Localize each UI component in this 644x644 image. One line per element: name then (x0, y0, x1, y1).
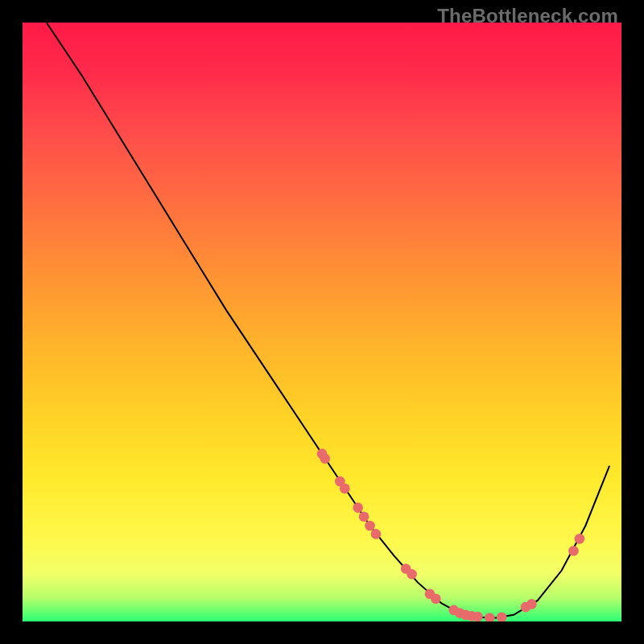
data-point (568, 546, 579, 556)
data-point (401, 564, 411, 574)
chart-svg (23, 23, 621, 621)
data-point (521, 602, 531, 613)
data-point (460, 609, 471, 620)
data-point (359, 511, 369, 522)
watermark-label: TheBottleneck.com (437, 5, 618, 27)
chart-stage: TheBottleneck.com (0, 0, 644, 644)
data-point (425, 588, 436, 599)
data-point (317, 448, 328, 459)
data-point (353, 502, 363, 513)
data-point (485, 613, 495, 621)
data-point (526, 599, 537, 609)
data-point (497, 612, 507, 621)
data-point (407, 569, 417, 580)
data-point (431, 593, 441, 604)
data-point (455, 608, 465, 618)
data-point (575, 534, 585, 544)
plot-area (23, 23, 621, 621)
data-point (371, 529, 382, 539)
curve-path (47, 23, 609, 618)
data-point (448, 605, 459, 616)
data-point (365, 521, 375, 531)
data-point (473, 612, 483, 621)
data-point (335, 477, 345, 487)
data-point (467, 611, 477, 621)
data-point (340, 484, 350, 494)
data-point (320, 453, 330, 464)
